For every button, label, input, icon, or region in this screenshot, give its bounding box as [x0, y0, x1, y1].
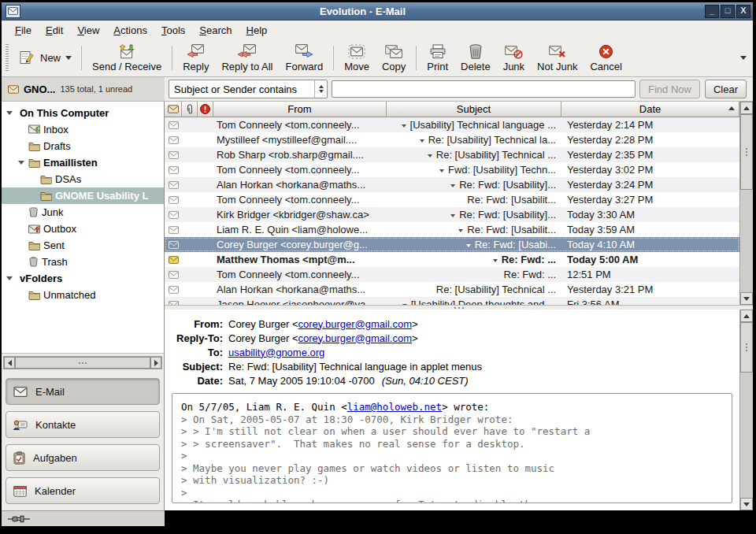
switcher-kontakte[interactable]: Kontakte: [6, 411, 160, 438]
copy-button[interactable]: Copy: [376, 42, 412, 74]
message-row[interactable]: Matthew Thomas <mpt@m...Re: Fwd: ...Toda…: [165, 252, 739, 267]
message-row[interactable]: Mystilleef <mystilleef@gmail....Re: [Usa…: [165, 132, 739, 147]
menu-help[interactable]: Help: [239, 23, 275, 38]
thread-collapse-icon[interactable]: [458, 229, 463, 232]
search-criteria-dropdown[interactable]: Subject or Sender contains: [169, 80, 328, 98]
folder-trash[interactable]: Trash: [2, 254, 164, 270]
folder-unmatched[interactable]: Unmatched: [2, 287, 164, 303]
thread-collapse-icon[interactable]: [466, 244, 471, 247]
message-row[interactable]: Alan Horkan <horkana@maths...Re: [Usabil…: [165, 282, 739, 297]
message-row[interactable]: Tom Conneely <tom.conneely...[Usability]…: [165, 117, 739, 132]
expander-icon[interactable]: [6, 111, 13, 115]
read-message-icon: [169, 271, 179, 279]
menu-actions[interactable]: Actions: [106, 23, 154, 38]
menu-edit[interactable]: Edit: [39, 23, 70, 38]
body-line: > It would probably make more sense for …: [181, 499, 723, 503]
email-link[interactable]: liam@holoweb.net: [347, 401, 442, 413]
menu-file[interactable]: File: [8, 23, 39, 38]
not-junk-button[interactable]: Not Junk: [531, 42, 584, 74]
search-input[interactable]: [332, 80, 636, 98]
thread-collapse-icon[interactable]: [420, 139, 424, 143]
folder-on-this-computer[interactable]: On This Computer: [2, 105, 164, 121]
message-row[interactable]: Rob Sharp <rob.sharp@gmail....Re: [Usabi…: [165, 147, 739, 162]
message-row[interactable]: Tom Conneely <tom.conneely...Fwd: [Usabi…: [165, 162, 739, 177]
scroll-down-button[interactable]: [740, 498, 753, 510]
menu-tools[interactable]: Tools: [154, 23, 192, 38]
column-date[interactable]: Date: [561, 102, 739, 117]
email-link[interactable]: corey.burger@gmail.com: [298, 332, 412, 344]
folder-sent[interactable]: Sent: [2, 237, 164, 254]
message-preview: From:Corey Burger <corey.burger@gmail.co…: [165, 310, 739, 510]
folder-vfolders[interactable]: vFolders: [2, 270, 164, 287]
preview-scrollbar[interactable]: [739, 310, 753, 510]
toolbar-drag-handle[interactable]: [6, 44, 9, 72]
message-row[interactable]: Tom Conneely <tom.conneely...Re: Fwd: ..…: [165, 267, 739, 282]
column-subject[interactable]: Subject: [387, 102, 561, 117]
inbox-icon: [28, 124, 40, 135]
scroll-down-button[interactable]: [740, 292, 753, 305]
new-button[interactable]: New: [13, 48, 77, 68]
scroll-left-button[interactable]: [4, 357, 15, 369]
thread-collapse-icon[interactable]: [439, 169, 444, 172]
column-attachment[interactable]: [182, 102, 198, 117]
menu-search[interactable]: Search: [192, 23, 239, 38]
column-important[interactable]: [198, 102, 213, 117]
thread-collapse-icon[interactable]: [402, 124, 406, 128]
thread-collapse-icon[interactable]: [450, 214, 455, 217]
folder-mail-icon: [8, 85, 19, 94]
message-row[interactable]: Corey Burger <corey.burger@g...Re: Fwd: …: [165, 237, 739, 252]
folder-dsas[interactable]: DSAs: [2, 171, 164, 187]
scrollbar-thumb[interactable]: [740, 322, 753, 373]
folder-gnome-usability-l[interactable]: GNOME Usability L: [2, 187, 164, 204]
print-button[interactable]: Print: [421, 42, 454, 74]
thread-collapse-icon[interactable]: [493, 259, 498, 262]
delete-button[interactable]: Delete: [454, 42, 497, 74]
message-date: Yesterday 3:24 PM: [561, 179, 739, 191]
message-row[interactable]: Jason Hoover <jasonhoover@ya...[Usabilit…: [165, 297, 739, 305]
email-link[interactable]: corey.burger@gmail.com: [298, 318, 412, 330]
message-list-scrollbar[interactable]: [739, 102, 753, 305]
scrollbar-thumb[interactable]: [15, 357, 150, 369]
message-row[interactable]: Tom Conneely <tom.conneely...Re: Fwd: [U…: [165, 192, 739, 207]
switcher-aufgaben[interactable]: Aufgaben: [6, 444, 160, 471]
column-from[interactable]: From: [213, 102, 387, 117]
toolbar-overflow-button[interactable]: [736, 39, 750, 76]
expander-icon[interactable]: [18, 161, 24, 165]
folder-emaillisten[interactable]: Emaillisten: [2, 154, 164, 171]
cancel-button[interactable]: Cancel: [584, 42, 628, 74]
clear-button[interactable]: Clear: [705, 80, 747, 98]
switcher-kalender[interactable]: Kalender: [6, 477, 160, 504]
folder-icon: [28, 158, 40, 168]
folder-drafts[interactable]: Drafts: [2, 138, 164, 154]
scrollbar-thumb[interactable]: [740, 114, 753, 190]
thread-collapse-icon[interactable]: [428, 154, 432, 158]
maximize-button[interactable]: □: [721, 5, 735, 18]
offline-status-icon[interactable]: [8, 515, 30, 523]
message-row[interactable]: Kirk Bridger <kbridger@shaw.ca>Re: Fwd: …: [165, 207, 739, 222]
junk-button[interactable]: Junk: [497, 42, 531, 74]
forward-button[interactable]: Forward: [279, 42, 329, 74]
folder-junk[interactable]: Junk: [2, 204, 164, 221]
reply-to-all-button[interactable]: Reply to All: [215, 42, 279, 74]
move-button[interactable]: Move: [338, 42, 376, 74]
column-message-status[interactable]: [165, 102, 182, 117]
send-receive-button[interactable]: Send / Receive: [86, 42, 168, 74]
minimize-button[interactable]: _: [705, 5, 719, 18]
switcher-e-mail[interactable]: E-Mail: [6, 378, 160, 405]
titlebar[interactable]: Evolution - E-Mail _ □ X: [2, 2, 753, 20]
close-button[interactable]: X: [736, 5, 750, 18]
sidebar-horizontal-scrollbar[interactable]: [3, 356, 162, 369]
find-now-button[interactable]: Find Now: [639, 80, 700, 98]
folder-inbox[interactable]: Inbox: [2, 121, 164, 138]
menu-view[interactable]: View: [70, 23, 106, 38]
email-link[interactable]: usability@gnome.org: [228, 347, 324, 358]
scroll-right-button[interactable]: [150, 357, 161, 369]
reply-button[interactable]: Reply: [176, 42, 215, 74]
message-row[interactable]: Liam R. E. Quin <liam@holowe...Re: Fwd: …: [165, 222, 739, 237]
thread-collapse-icon[interactable]: [450, 184, 455, 187]
scroll-up-button[interactable]: [740, 310, 753, 322]
expander-icon[interactable]: [6, 276, 13, 280]
folder-outbox[interactable]: Outbox: [2, 221, 164, 237]
message-row[interactable]: Alan Horkan <horkana@maths...Re: Fwd: [U…: [165, 177, 739, 192]
scroll-up-button[interactable]: [740, 102, 753, 114]
